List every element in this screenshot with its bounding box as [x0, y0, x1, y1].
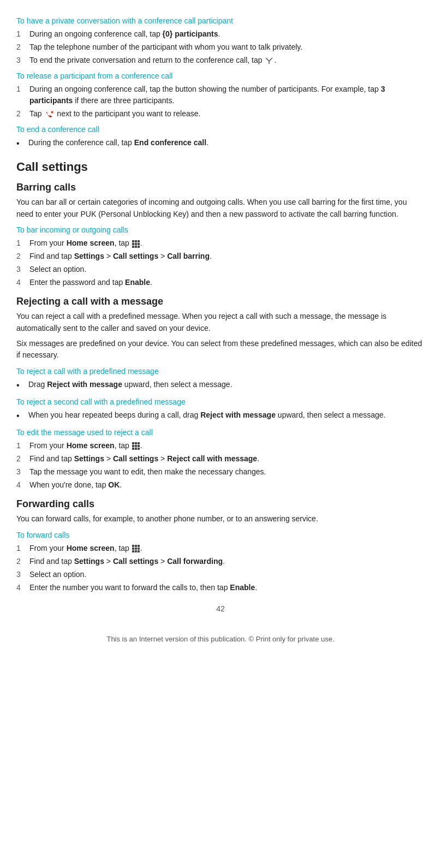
step-2: 2 Tap next to the participant you want t…	[16, 108, 425, 120]
step-1: 1 During an ongoing conference call, tap…	[16, 28, 425, 40]
page-number: 42	[16, 604, 425, 613]
forwarding-body: You can forward calls, for example, to a…	[16, 513, 425, 525]
section-release-participant: To release a participant from a conferen…	[16, 72, 425, 120]
section-end-conference: To end a conference call • During the co…	[16, 125, 425, 150]
step-2: 2 Find and tap Settings > Call settings …	[16, 556, 425, 567]
bullet-1: • When you hear repeated beeps during a …	[16, 409, 425, 423]
steps-edit-message: 1 From your Home screen, tap . 2 Find an…	[16, 440, 425, 491]
barring-calls-heading: Barring calls	[16, 182, 425, 193]
step-3: 3 Select an option.	[16, 264, 425, 275]
step-1: 1 During an ongoing conference call, tap…	[16, 84, 425, 106]
step-4: 4 Enter the password and tap Enable.	[16, 277, 425, 288]
bullet-1: • Drag Reject with message upward, then …	[16, 379, 425, 392]
sub-section-reject-predefined: To reject a call with a predefined messa…	[16, 367, 425, 392]
steps-forwarding: 1 From your Home screen, tap . 2 Find an…	[16, 543, 425, 593]
cyan-heading-reject2: To reject a second call with a predefine…	[16, 397, 425, 406]
section-rejecting-calls: Rejecting a call with a message You can …	[16, 296, 425, 491]
cyan-heading-private: To have a private conversation with a co…	[16, 16, 425, 25]
step-3: 3 To end the private conversation and re…	[16, 55, 425, 66]
steps-release: 1 During an ongoing conference call, tap…	[16, 84, 425, 120]
bullet-1: • During the conference call, tap End co…	[16, 137, 425, 150]
forwarding-calls-heading: Forwarding calls	[16, 498, 425, 510]
step-2: 2 Find and tap Settings > Call settings …	[16, 251, 425, 262]
cyan-heading-reject3: To edit the message used to reject a cal…	[16, 428, 425, 437]
bullets-reject2: • When you hear repeated beeps during a …	[16, 409, 425, 423]
step-3: 3 Tap the message you want to edit, then…	[16, 466, 425, 478]
bullets-end: • During the conference call, tap End co…	[16, 137, 425, 150]
steps-barring: 1 From your Home screen, tap . 2 Find an…	[16, 237, 425, 288]
step-2: 2 Tap the telephone number of the partic…	[16, 41, 425, 53]
cyan-heading-forwarding: To forward calls	[16, 531, 425, 539]
call-settings-heading: Call settings	[16, 160, 425, 174]
step-2: 2 Find and tap Settings > Call settings …	[16, 453, 425, 465]
section-forwarding-calls: Forwarding calls You can forward calls, …	[16, 498, 425, 593]
step-4: 4 When you're done, tap OK.	[16, 479, 425, 491]
barring-calls-body: You can bar all or certain categories of…	[16, 197, 425, 220]
cyan-heading-reject1: To reject a call with a predefined messa…	[16, 367, 425, 376]
steps-private: 1 During an ongoing conference call, tap…	[16, 28, 425, 66]
rejecting-body1: You can reject a call with a predefined …	[16, 311, 425, 334]
rejecting-calls-heading: Rejecting a call with a message	[16, 296, 425, 307]
section-private-conversation: To have a private conversation with a co…	[16, 16, 425, 66]
grid-icon-1	[132, 240, 140, 248]
sub-section-edit-message: To edit the message used to reject a cal…	[16, 428, 425, 491]
step-1: 1 From your Home screen, tap .	[16, 237, 425, 249]
rejecting-body2: Six messages are predefined on your devi…	[16, 338, 425, 361]
merge-icon	[265, 57, 273, 64]
step-4: 4 Enter the number you want to forward t…	[16, 582, 425, 593]
step-3: 3 Select an option.	[16, 569, 425, 580]
sub-section-reject-second: To reject a second call with a predefine…	[16, 397, 425, 423]
step-1: 1 From your Home screen, tap .	[16, 543, 425, 554]
cyan-heading-release: To release a participant from a conferen…	[16, 72, 425, 80]
red-phone-icon	[45, 110, 53, 118]
grid-icon-2	[132, 442, 140, 450]
bullets-reject1: • Drag Reject with message upward, then …	[16, 379, 425, 392]
cyan-heading-end: To end a conference call	[16, 125, 425, 134]
cyan-heading-barring: To bar incoming or outgoing calls	[16, 225, 425, 234]
section-barring-calls: Barring calls You can bar all or certain…	[16, 182, 425, 288]
step-1: 1 From your Home screen, tap .	[16, 440, 425, 451]
grid-icon-3	[132, 545, 140, 552]
footer-notice: This is an Internet version of this publ…	[16, 635, 425, 643]
